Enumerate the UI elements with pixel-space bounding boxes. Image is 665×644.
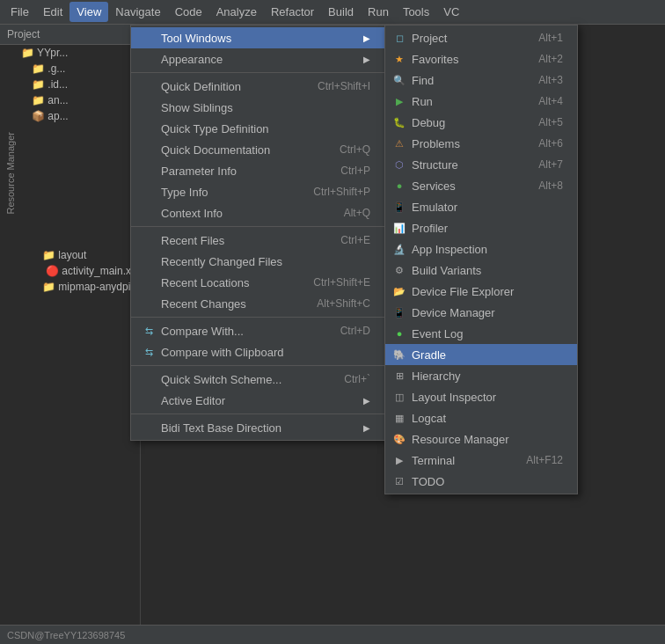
menu-recent-files[interactable]: Recent Files Ctrl+E [131,230,384,251]
device-mgr-icon: 📱 [392,305,406,319]
tw-project[interactable]: ◻ Project Alt+1 [385,27,577,48]
tw-debug[interactable]: 🐛 Debug Alt+5 [385,112,577,133]
tw-layout-inspector[interactable]: ◫ Layout Inspector [385,386,577,407]
tw-todo[interactable]: ☑ TODO [385,471,577,492]
profiler-icon: 📊 [392,221,406,235]
tree-item-layout[interactable]: 📁 layout [0,247,140,263]
menu-item-build[interactable]: Build [321,2,361,22]
compare-with-shortcut: Ctrl+D [340,325,370,337]
tw-find-shortcut: Alt+3 [538,74,563,86]
terminal-icon: ▶ [392,453,406,467]
menu-item-refactor[interactable]: Refactor [264,2,321,22]
menu-show-siblings[interactable]: Show Siblings [131,97,384,118]
menu-context-info[interactable]: Context Info Alt+Q [131,202,384,223]
device-file-icon: 📂 [392,284,406,298]
tw-gradle[interactable]: 🐘 Gradle [385,344,577,365]
tw-structure-label: Structure [412,158,524,172]
event-log-icon: ● [392,326,406,340]
tw-project-shortcut: Alt+1 [538,32,563,44]
tw-run-shortcut: Alt+4 [538,95,563,107]
tw-terminal-shortcut: Alt+F12 [526,454,563,466]
menu-quick-definition[interactable]: Quick Definition Ctrl+Shift+I [131,76,384,97]
tw-logcat[interactable]: ▦ Logcat [385,407,577,428]
menu-item-file[interactable]: File [4,2,36,22]
tw-app-inspection[interactable]: 🔬 App Inspection [385,238,577,260]
menu-recent-locations[interactable]: Recent Locations Ctrl+Shift+E [131,272,384,293]
menu-item-vc[interactable]: VC [436,2,466,22]
menu-item-tools[interactable]: Tools [396,2,436,22]
menu-item-edit[interactable]: Edit [36,2,69,22]
compare-with-icon: ⇆ [142,324,156,338]
tw-favorites[interactable]: ★ Favorites Alt+2 [385,48,577,70]
tw-terminal[interactable]: ▶ Terminal Alt+F12 [385,450,577,471]
menu-active-editor[interactable]: Active Editor ▶ [131,390,384,411]
resource-manager-label: Resource Manager [5,132,16,215]
tw-logcat-label: Logcat [412,412,563,425]
menu-quick-switch[interactable]: Quick Switch Scheme... Ctrl+` [131,369,384,390]
menu-appearance[interactable]: Appearance ▶ [131,48,384,70]
tw-terminal-label: Terminal [412,454,512,467]
appearance-icon [142,52,156,66]
tree-item-ap[interactable]: 📦 ap... [0,108,140,124]
tw-profiler[interactable]: 📊 Profiler [385,217,577,238]
tw-run[interactable]: ▶ Run Alt+4 [385,91,577,112]
tw-resource-manager[interactable]: 🎨 Resource Manager [385,428,577,450]
menu-item-run[interactable]: Run [361,2,396,22]
show-siblings-icon [142,100,156,114]
tree-item-mipmap[interactable]: 📁 mipmap-anydpi-v26 [0,279,140,295]
recent-locations-icon [142,275,156,289]
menu-item-navigate[interactable]: Navigate [108,2,167,22]
project-panel-title: Project [0,25,140,45]
type-info-icon [142,185,156,199]
menu-compare-with[interactable]: ⇆ Compare With... Ctrl+D [131,320,384,341]
tw-problems[interactable]: ⚠ Problems Alt+6 [385,133,577,154]
menu-compare-clipboard[interactable]: ⇆ Compare with Clipboard [131,341,384,362]
tree-item-g[interactable]: 📁 .g... [0,61,140,77]
menu-type-info[interactable]: Type Info Ctrl+Shift+P [131,181,384,202]
tw-device-file-explorer[interactable]: 📂 Device File Explorer [385,281,577,302]
quick-type-def-label: Quick Type Definition [161,122,370,135]
menu-item-analyze[interactable]: Analyze [209,2,264,22]
param-info-shortcut: Ctrl+P [340,165,370,177]
menu-parameter-info[interactable]: Parameter Info Ctrl+P [131,160,384,181]
recently-changed-label: Recently Changed Files [161,255,370,268]
tw-device-manager[interactable]: 📱 Device Manager [385,302,577,323]
tree-item-activity-main[interactable]: 🔴 activity_main.xml [0,263,140,279]
tw-structure[interactable]: ⬡ Structure Alt+7 [385,154,577,175]
show-siblings-label: Show Siblings [161,101,370,114]
todo-icon: ☑ [392,474,406,488]
menu-recently-changed[interactable]: Recently Changed Files [131,251,384,272]
tw-find[interactable]: 🔍 Find Alt+3 [385,70,577,91]
tw-hierarchy-label: Hierarchy [412,370,563,383]
tw-event-log[interactable]: ● Event Log [385,323,577,344]
tw-build-variants[interactable]: ⚙ Build Variants [385,260,577,281]
bidi-text-arrow: ▶ [363,423,370,433]
menu-recent-changes[interactable]: Recent Changes Alt+Shift+C [131,293,384,314]
find-icon: 🔍 [392,73,406,87]
menu-tool-windows[interactable]: Tool Windows ▶ [131,27,384,48]
tw-services[interactable]: ● Services Alt+8 [385,175,577,196]
active-editor-arrow: ▶ [363,396,370,406]
quick-doc-label: Quick Documentation [161,143,322,157]
menu-bidi-text[interactable]: Bidi Text Base Direction ▶ [131,417,384,438]
tw-run-label: Run [412,95,524,108]
tool-windows-icon [142,31,156,45]
tree-item-an[interactable]: 📁 an... [0,92,140,108]
menu-quick-doc[interactable]: Quick Documentation Ctrl+Q [131,139,384,160]
tw-services-label: Services [412,179,524,193]
status-bar: CSDN@TreeYY123698745 [0,625,665,644]
menu-item-code[interactable]: Code [168,2,209,22]
tw-emulator[interactable]: 📱 Emulator [385,196,577,217]
menu-item-view[interactable]: View [69,2,108,22]
menu-quick-type-def[interactable]: Quick Type Definition [131,118,384,139]
tw-hierarchy[interactable]: ⊞ Hierarchy [385,365,577,386]
appearance-label: Appearance [161,53,356,66]
tree-item-id[interactable]: 📁 .id... [0,77,140,92]
type-info-label: Type Info [161,186,296,199]
tw-find-label: Find [412,74,524,87]
project-panel: Project 📁 YYpr... 📁 .g... 📁 .id... 📁 an.… [0,25,141,644]
tree-item-yyproject[interactable]: 📁 YYpr... [0,45,140,61]
quick-def-label: Quick Definition [161,80,300,93]
active-editor-icon [142,393,156,407]
recent-changes-label: Recent Changes [161,297,299,311]
